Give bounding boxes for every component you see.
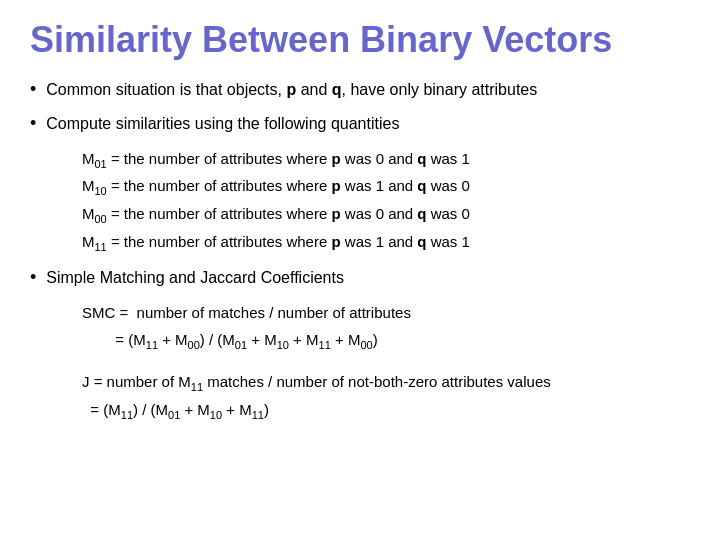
m10-def: M10 = the number of attributes where p w… bbox=[82, 173, 690, 201]
bullet-item-3: • Simple Matching and Jaccard Coefficien… bbox=[30, 266, 690, 290]
slide-title: Similarity Between Binary Vectors bbox=[30, 20, 690, 60]
smc-label: SMC = number of matches / number of attr… bbox=[82, 300, 690, 326]
bullet-dot-2: • bbox=[30, 113, 36, 134]
slide: Similarity Between Binary Vectors • Comm… bbox=[0, 0, 720, 540]
smc-formula: = (M11 + M00) / (M01 + M10 + M11 + M00) bbox=[82, 327, 690, 355]
bullet-dot-1: • bbox=[30, 79, 36, 100]
j-label: J = number of M11 matches / number of no… bbox=[82, 369, 690, 397]
bullet-item-1: • Common situation is that objects, p an… bbox=[30, 78, 690, 102]
m01-def: M01 = the number of attributes where p w… bbox=[82, 146, 690, 174]
bullet-dot-3: • bbox=[30, 267, 36, 288]
bullet-text-2: Compute similarities using the following… bbox=[46, 112, 399, 136]
bullet-text-3: Simple Matching and Jaccard Coefficients bbox=[46, 266, 344, 290]
m11-def: M11 = the number of attributes where p w… bbox=[82, 229, 690, 257]
bullet-text-1: Common situation is that objects, p and … bbox=[46, 78, 537, 102]
m00-def: M00 = the number of attributes where p w… bbox=[82, 201, 690, 229]
m-definitions: M01 = the number of attributes where p w… bbox=[82, 146, 690, 257]
j-block: J = number of M11 matches / number of no… bbox=[82, 369, 690, 426]
bullet-item-2: • Compute similarities using the followi… bbox=[30, 112, 690, 136]
j-formula: = (M11) / (M01 + M10 + M11) bbox=[82, 397, 690, 425]
smc-block: SMC = number of matches / number of attr… bbox=[82, 300, 690, 355]
